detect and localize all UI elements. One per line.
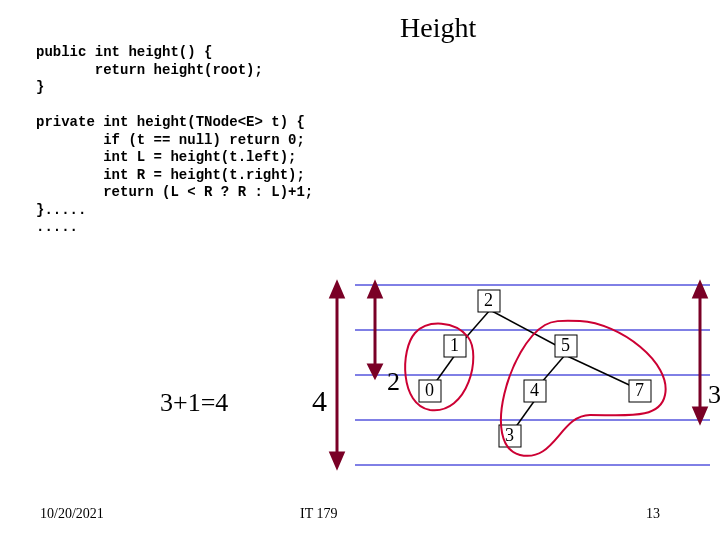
tree-diagram: 2 1 5 0 4 7 3 2 3 (0, 255, 720, 505)
span-label-3: 3 (708, 380, 720, 409)
code-private-method: private int height(TNode<E> t) { if (t =… (36, 114, 313, 235)
node-5: 5 (561, 335, 570, 355)
span-label-2: 2 (387, 367, 400, 396)
node-root: 2 (484, 290, 493, 310)
page-title: Height (400, 12, 476, 44)
node-3: 3 (505, 425, 514, 445)
footer-course: IT 179 (300, 506, 337, 522)
svg-marker-7 (331, 453, 343, 467)
svg-marker-6 (331, 283, 343, 297)
node-0: 0 (425, 380, 434, 400)
node-4: 4 (530, 380, 539, 400)
code-public-method: public int height() { return height(root… (36, 44, 263, 95)
footer-page-number: 13 (646, 506, 660, 522)
footer-date: 10/20/2021 (40, 506, 104, 522)
code-block: public int height() { return height(root… (36, 44, 313, 237)
node-7: 7 (635, 380, 644, 400)
node-1: 1 (450, 335, 459, 355)
